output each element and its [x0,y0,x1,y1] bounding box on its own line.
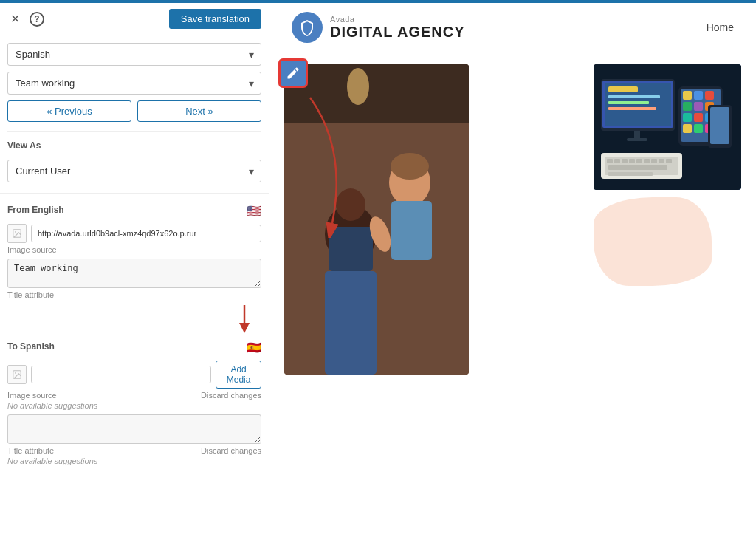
svg-rect-49 [607,159,613,163]
to-title-field-actions: Title attribute Discard changes [7,445,261,455]
translation-arrow-icon [233,305,255,335]
panel-header: ✕ ? Save translation [0,3,269,35]
tech-devices [594,64,741,190]
tech-photo-image [594,64,741,190]
next-button[interactable]: Next » [137,100,261,122]
svg-rect-36 [683,102,692,111]
save-translation-button[interactable]: Save translation [169,9,261,29]
language-select[interactable]: Spanish French German [7,43,261,66]
svg-rect-59 [608,172,653,176]
logo-subtitle: Avada [330,15,465,24]
from-title-attr-label: Title attribute [7,290,261,299]
to-label: To Spanish [7,341,55,352]
to-section-header: To Spanish 🇪🇸 [7,341,261,355]
photo-people [284,64,469,375]
svg-point-1 [15,231,16,233]
divider-1 [7,131,261,132]
site-content-area [269,52,756,386]
to-url-no-suggestions: No available suggestions [7,401,261,410]
main-photo-image [284,64,469,375]
svg-rect-57 [666,159,672,163]
to-title-no-suggestions: No available suggestions [7,457,261,465]
svg-rect-34 [694,91,703,100]
to-url-field-group: Add Media Image source Discard changes N… [7,361,261,410]
svg-rect-30 [627,138,647,141]
to-title-field-group: Title attribute Discard changes No avail… [7,414,261,465]
side-image-area [594,64,741,375]
svg-rect-40 [694,113,703,122]
to-title-textarea[interactable] [7,414,261,444]
from-url-field-group: Image source [7,224,261,254]
svg-rect-27 [608,101,649,104]
svg-rect-20 [325,271,377,375]
from-section: From English 🇺🇸 Image source Title attri… [7,204,261,299]
logo-icon [292,12,323,43]
from-section-header: From English 🇺🇸 [7,204,261,218]
from-label: From English [7,205,64,215]
svg-rect-43 [694,124,703,133]
site-logo: Avada DIGITAL AGENCY [292,12,465,43]
svg-rect-8 [284,64,469,123]
to-image-source-label: Image source [7,391,57,400]
view-as-select-wrapper: Current User Guest [7,160,261,182]
svg-marker-3 [239,323,250,333]
decorative-blob [594,197,712,286]
to-section: To Spanish 🇪🇸 Add Media Image source Dis… [7,341,261,465]
prev-button[interactable]: « Previous [7,100,131,122]
svg-rect-52 [629,159,635,163]
svg-rect-26 [608,95,660,98]
translation-fields: From English 🇺🇸 Image source Title attri… [0,197,269,473]
to-url-input[interactable] [31,366,211,383]
language-select-wrapper: Spanish French German [7,43,261,66]
logo-text: Avada DIGITAL AGENCY [330,15,465,41]
edit-image-button[interactable] [278,58,308,88]
close-icon[interactable]: ✕ [7,12,22,27]
svg-rect-50 [614,159,620,163]
svg-point-14 [391,153,429,180]
svg-rect-33 [683,91,692,100]
from-url-row [7,224,261,243]
svg-rect-25 [608,86,638,92]
svg-rect-42 [683,124,692,133]
svg-rect-58 [608,165,667,170]
nav-home-link[interactable]: Home [707,21,734,33]
svg-point-11 [336,188,365,221]
add-media-button[interactable]: Add Media [216,361,261,389]
english-flag-icon: 🇺🇸 [247,204,261,218]
svg-rect-28 [608,107,656,110]
header-icons: ✕ ? [7,12,44,27]
view-as-label: View As [7,140,261,151]
site-nav: Avada DIGITAL AGENCY Home [269,3,756,52]
image-placeholder-icon [7,224,27,243]
svg-rect-55 [651,159,657,163]
help-icon[interactable]: ? [30,12,44,27]
post-select-wrapper: Team working About Us Services [7,72,261,95]
translation-panel: ✕ ? Save translation Spanish French Germ… [0,3,269,543]
view-as-select[interactable]: Current User Guest [7,160,261,182]
svg-point-9 [347,68,369,105]
discard-url-link[interactable]: Discard changes [201,391,261,400]
from-image-source-label: Image source [7,245,261,254]
svg-rect-51 [622,159,628,163]
from-title-textarea [7,259,261,288]
main-image-area [284,64,582,375]
svg-rect-56 [659,159,664,163]
logo-main-title: DIGITAL AGENCY [330,24,465,41]
discard-title-link[interactable]: Discard changes [201,446,261,455]
divider-2 [0,193,269,194]
spanish-flag-icon: 🇪🇸 [247,341,261,355]
nav-buttons-group: « Previous Next » [7,100,261,122]
svg-rect-39 [683,113,692,122]
to-url-field-actions: Image source Discard changes [7,390,261,400]
to-url-row: Add Media [7,361,261,389]
to-title-attr-label: Title attribute [7,446,54,455]
svg-rect-54 [644,159,650,163]
svg-rect-46 [710,107,729,144]
preview-content: Avada DIGITAL AGENCY Home [269,3,756,543]
post-select[interactable]: Team working About Us Services [7,72,261,95]
svg-rect-53 [636,159,642,163]
svg-rect-12 [329,227,373,271]
svg-rect-15 [391,201,432,260]
svg-rect-35 [705,91,714,100]
svg-rect-37 [694,102,703,111]
